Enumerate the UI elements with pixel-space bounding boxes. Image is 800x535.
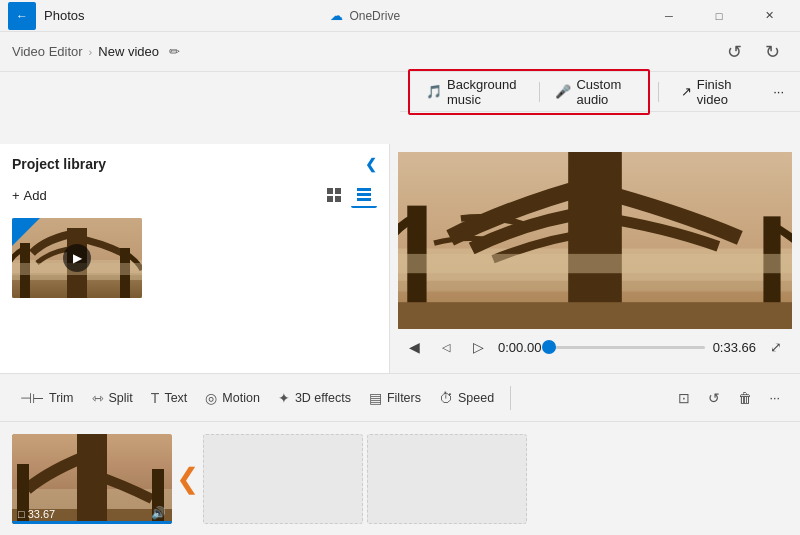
finish-icon: ↗ — [681, 84, 692, 99]
preview-screen — [398, 152, 792, 329]
motion-button[interactable]: ◎ Motion — [197, 385, 268, 411]
progress-thumb[interactable] — [542, 340, 556, 354]
app-title: Photos — [44, 8, 84, 23]
edit-title-icon[interactable]: ✏ — [169, 44, 180, 59]
play-overlay-button[interactable]: ▶ — [63, 244, 91, 272]
custom-audio-label: Custom audio — [576, 77, 632, 107]
maximize-button[interactable]: □ — [696, 0, 742, 32]
ondrive-label: OneDrive — [349, 9, 400, 23]
text-icon: T — [151, 390, 160, 406]
speed-button[interactable]: ⏱ Speed — [431, 385, 502, 411]
trim-icon: ⊣⊢ — [20, 390, 44, 406]
delete-button[interactable]: 🗑 — [730, 385, 760, 411]
custom-audio-button[interactable]: 🎤 Custom audio — [545, 73, 642, 111]
more-icon: ··· — [770, 391, 780, 405]
duration-value: 33.67 — [28, 508, 56, 520]
more-options-button[interactable]: ··· — [762, 386, 788, 410]
library-actions: + Add — [12, 182, 377, 208]
crop-icon: ⊡ — [678, 390, 690, 406]
video-preview: ◀ ◁ ▷ 0:00.00 0:33.66 ⤢ — [390, 144, 800, 373]
toolbar-divider — [510, 386, 511, 410]
finish-video-button[interactable]: ↗ Finish video — [671, 73, 759, 111]
add-icon: + — [12, 188, 20, 203]
clip-progress-bar — [12, 521, 172, 524]
undo-button[interactable]: ↺ — [718, 36, 750, 68]
rotate-button[interactable]: ↺ — [700, 385, 728, 411]
title-bar-left: ← Photos — [8, 2, 84, 30]
media-thumbnail[interactable]: ▶ — [12, 218, 142, 298]
svg-rect-20 — [398, 302, 792, 329]
svg-rect-2 — [327, 196, 333, 202]
crop-button[interactable]: ⊡ — [670, 385, 698, 411]
filters-icon: ▤ — [369, 390, 382, 406]
effects-3d-button[interactable]: ✦ 3D effects — [270, 385, 359, 411]
text-label: Text — [164, 391, 187, 405]
custom-audio-icon: 🎤 — [555, 84, 571, 99]
speed-label: Speed — [458, 391, 494, 405]
prev-frame-button[interactable]: ◁ — [434, 335, 458, 359]
add-label: Add — [24, 188, 47, 203]
main-content: Project library ❮ + Add — [0, 144, 800, 374]
audio-buttons-group: 🎵 Background music 🎤 Custom audio — [408, 69, 650, 115]
grid-view-button[interactable] — [321, 182, 347, 208]
breadcrumb-separator: › — [89, 46, 93, 58]
progress-bar[interactable] — [549, 346, 704, 349]
delete-icon: 🗑 — [738, 390, 752, 406]
trim-button[interactable]: ⊣⊢ Trim — [12, 385, 82, 411]
svg-rect-5 — [357, 193, 371, 196]
list-view-button[interactable] — [351, 182, 377, 208]
close-button[interactable]: ✕ — [746, 0, 792, 32]
rewind-button[interactable]: ◀ — [402, 335, 426, 359]
timeline: □ 33.67 🔊 ❮ — [0, 422, 800, 535]
trim-label: Trim — [49, 391, 74, 405]
monitor-icon: □ — [18, 508, 25, 520]
timeline-empty-slot-1[interactable] — [203, 434, 363, 524]
background-music-button[interactable]: 🎵 Background music — [416, 73, 533, 111]
toolbar-right: ⊡ ↺ 🗑 ··· — [670, 385, 788, 411]
split-button[interactable]: ⇿ Split — [84, 385, 141, 411]
time-current: 0:00.00 — [498, 340, 541, 355]
toolbar-more-button[interactable]: ··· — [765, 80, 792, 103]
svg-rect-6 — [357, 198, 371, 201]
library-title: Project library — [12, 156, 106, 172]
timeline-clip[interactable]: □ 33.67 🔊 — [12, 434, 172, 524]
background-music-label: Background music — [447, 77, 523, 107]
view-toggle — [321, 182, 377, 208]
corner-marker — [12, 218, 40, 246]
minimize-button[interactable]: ─ — [646, 0, 692, 32]
project-library: Project library ❮ + Add — [0, 144, 390, 373]
redo-button[interactable]: ↻ — [756, 36, 788, 68]
motion-label: Motion — [222, 391, 260, 405]
play-button[interactable]: ▷ — [466, 335, 490, 359]
split-label: Split — [109, 391, 133, 405]
audio-toolbar-divider — [658, 82, 659, 102]
preview-controls: ◀ ◁ ▷ 0:00.00 0:33.66 ⤢ — [398, 329, 792, 365]
text-button[interactable]: T Text — [143, 385, 196, 411]
motion-icon: ◎ — [205, 390, 217, 406]
effects-icon: ✦ — [278, 390, 290, 406]
filters-button[interactable]: ▤ Filters — [361, 385, 429, 411]
filters-label: Filters — [387, 391, 421, 405]
clip-duration: □ 33.67 — [18, 508, 55, 520]
svg-rect-3 — [335, 196, 341, 202]
svg-rect-4 — [357, 188, 371, 191]
speed-icon: ⏱ — [439, 390, 453, 406]
timeline-arrow: ❮ — [176, 465, 199, 493]
audio-toolbar: 🎵 Background music 🎤 Custom audio ↗ Fini… — [400, 72, 800, 112]
timeline-empty-slot-2[interactable] — [367, 434, 527, 524]
svg-rect-1 — [335, 188, 341, 194]
progress-track — [549, 346, 704, 349]
breadcrumb-parent[interactable]: Video Editor — [12, 44, 83, 59]
back-button[interactable]: ← — [8, 2, 36, 30]
breadcrumb-current: New video — [98, 44, 159, 59]
finish-video-label: Finish video — [697, 77, 749, 107]
collapse-button[interactable]: ❮ — [365, 156, 377, 172]
audio-divider — [539, 82, 540, 102]
title-bar-center: ☁ OneDrive — [84, 8, 646, 23]
expand-button[interactable]: ⤢ — [764, 335, 788, 359]
ondrive-icon: ☁ — [330, 8, 343, 23]
window-controls: ─ □ ✕ — [646, 0, 792, 32]
rotate-icon: ↺ — [708, 390, 720, 406]
add-media-button[interactable]: + Add — [12, 188, 47, 203]
title-bar: ← Photos ☁ OneDrive ─ □ ✕ — [0, 0, 800, 32]
